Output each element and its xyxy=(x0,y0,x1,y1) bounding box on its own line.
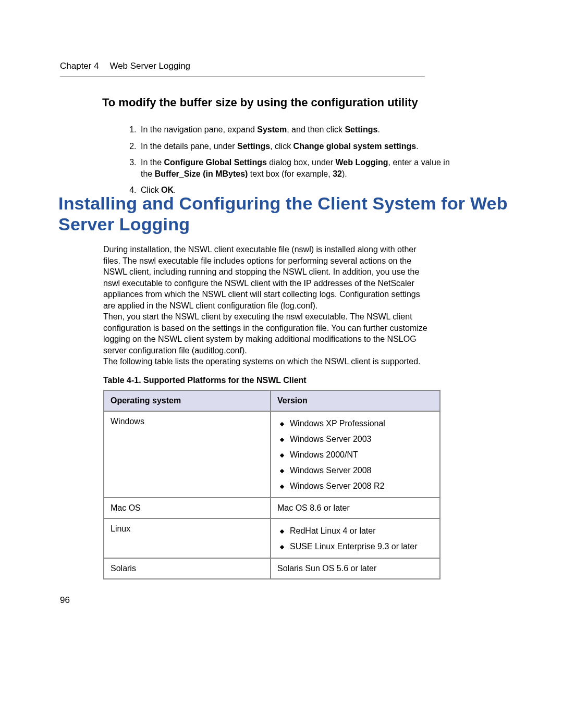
table-row: Windows Windows XP Professional Windows … xyxy=(104,411,440,498)
chapter-title: Web Server Logging xyxy=(109,61,190,71)
paragraph-3: The following table lists the operating … xyxy=(103,356,432,367)
os-cell: Linux xyxy=(104,519,271,558)
table-row: Mac OS Mac OS 8.6 or later xyxy=(104,498,440,519)
os-cell: Solaris xyxy=(104,558,271,579)
version-cell: Solaris Sun OS 5.6 or later xyxy=(271,558,440,579)
page-number: 96 xyxy=(60,595,70,606)
step-2: In the details pane, under Settings, cli… xyxy=(139,141,451,152)
list-item: SUSE Linux Enterprise 9.3 or later xyxy=(277,542,433,551)
list-item: RedHat Linux 4 or later xyxy=(277,526,433,536)
paragraph-2: Then, you start the NSWL client by execu… xyxy=(103,311,432,356)
version-list: RedHat Linux 4 or later SUSE Linux Enter… xyxy=(277,526,433,551)
list-item: Windows XP Professional xyxy=(277,419,433,428)
os-cell: Mac OS xyxy=(104,498,271,519)
header-rule xyxy=(60,76,425,77)
step-1: In the navigation pane, expand System, a… xyxy=(139,124,451,135)
page: Chapter 4 Web Server Logging To modify t… xyxy=(0,0,563,728)
chapter-label: Chapter 4 xyxy=(60,61,99,71)
version-cell: RedHat Linux 4 or later SUSE Linux Enter… xyxy=(271,519,440,558)
procedure-list: In the navigation pane, expand System, a… xyxy=(118,124,451,201)
platforms-table: Operating system Version Windows Windows… xyxy=(103,390,440,579)
paragraph-1: During installation, the NSWL client exe… xyxy=(103,244,432,312)
section-heading: To modify the buffer size by using the c… xyxy=(102,96,418,109)
table-header-row: Operating system Version xyxy=(104,390,440,411)
col-header-version: Version xyxy=(271,390,440,411)
list-item: Windows 2000/NT xyxy=(277,450,433,460)
table-row: Solaris Solaris Sun OS 5.6 or later xyxy=(104,558,440,579)
version-list: Windows XP Professional Windows Server 2… xyxy=(277,419,433,491)
table-row: Linux RedHat Linux 4 or later SUSE Linux… xyxy=(104,519,440,558)
main-heading: Installing and Configuring the Client Sy… xyxy=(58,193,563,235)
version-cell: Windows XP Professional Windows Server 2… xyxy=(271,411,440,498)
list-item: Windows Server 2008 R2 xyxy=(277,482,433,491)
version-cell: Mac OS 8.6 or later xyxy=(271,498,440,519)
running-header: Chapter 4 Web Server Logging xyxy=(60,61,190,71)
os-cell: Windows xyxy=(104,411,271,498)
step-3: In the Configure Global Settings dialog … xyxy=(139,157,451,179)
list-item: Windows Server 2008 xyxy=(277,466,433,475)
table-caption: Table 4-1. Supported Platforms for the N… xyxy=(103,375,432,386)
col-header-os: Operating system xyxy=(104,390,271,411)
list-item: Windows Server 2003 xyxy=(277,435,433,444)
